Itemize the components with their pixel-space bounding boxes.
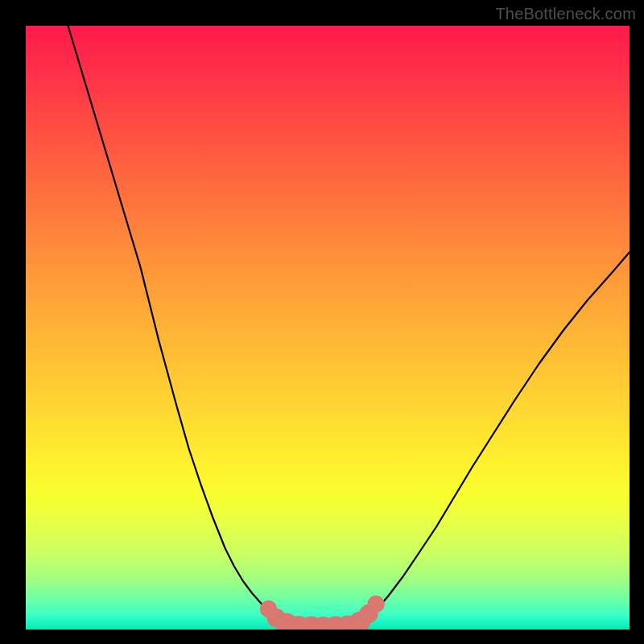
watermark-text: TheBottleneck.com [495, 5, 636, 23]
valley-bead [367, 596, 384, 613]
outer-frame: TheBottleneck.com [0, 0, 644, 644]
chart-svg [26, 26, 630, 630]
plot-area [26, 26, 630, 630]
bottleneck-curve [68, 26, 630, 629]
valley-beads-group [260, 596, 385, 630]
